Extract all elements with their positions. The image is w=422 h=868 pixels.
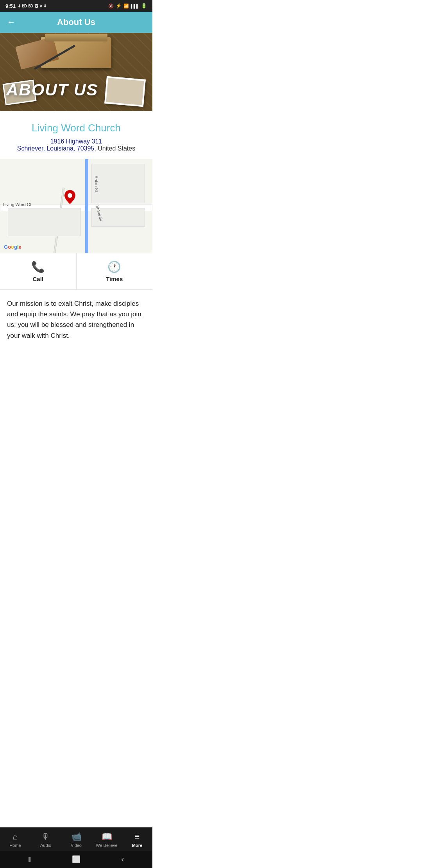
church-name: Living Word Church — [8, 122, 145, 134]
nav-spacer — [0, 349, 152, 388]
mission-text: Our mission is to exalt Christ, make dis… — [7, 298, 145, 341]
svg-point-0 — [68, 193, 72, 198]
status-icons: ⬇ ɓD ɓD 🖼 ✕ ⬇ — [18, 4, 46, 8]
google-logo: Google — [4, 244, 21, 250]
call-button[interactable]: 📞 Call — [0, 253, 77, 289]
times-button[interactable]: 🕐 Times — [77, 253, 153, 289]
map-label-living-word: Living Word Ct — [3, 202, 31, 207]
call-icon: 📞 — [31, 260, 45, 273]
mute-icon: 🔇 — [108, 4, 114, 9]
main-content: Living Word Church 1916 Highway 311 Schr… — [0, 111, 152, 152]
status-time: 9:51 ⬇ ɓD ɓD 🖼 ✕ ⬇ — [5, 3, 46, 9]
times-label: Times — [106, 276, 123, 282]
hero-books-decoration — [41, 37, 111, 68]
status-indicators: 🔇 ⚡ 📶 ▌▌▌ 🔋 — [108, 3, 147, 9]
battery-icon: 🔋 — [141, 3, 147, 9]
address-country: , United States — [94, 145, 135, 152]
signal-icon: ▌▌▌ — [131, 4, 139, 8]
back-button[interactable]: ← — [7, 17, 16, 27]
call-label: Call — [32, 276, 43, 282]
wifi-icon: 📶 — [123, 4, 129, 9]
page-title: About Us — [20, 17, 133, 27]
hero-title-text: ABOUT US — [0, 81, 152, 99]
action-buttons: 📞 Call 🕐 Times — [0, 253, 152, 289]
address-block: 1916 Highway 311 Schriever, Louisiana, 7… — [8, 138, 145, 152]
app-header: ← About Us — [0, 12, 152, 33]
address-city-link[interactable]: Schriever, Louisiana, 70395 — [17, 145, 94, 152]
map-vertical-road-blue — [85, 159, 88, 253]
time-display: 9:51 — [5, 3, 16, 9]
map-label-babin: Babin St — [94, 176, 99, 192]
status-bar: 9:51 ⬇ ɓD ɓD 🖼 ✕ ⬇ 🔇 ⚡ 📶 ▌▌▌ 🔋 — [0, 0, 152, 12]
address-line1[interactable]: 1916 Highway 311 — [8, 138, 145, 145]
map-container[interactable]: Living Word Ct Babin St Small St Google — [0, 159, 152, 253]
battery-saver-icon: ⚡ — [116, 3, 122, 9]
map-block1 — [8, 208, 81, 236]
hero-image: ABOUT US — [0, 33, 152, 111]
map-pin — [64, 190, 75, 204]
clock-icon: 🕐 — [107, 260, 121, 273]
address-street-link[interactable]: 1916 Highway 311 — [50, 138, 102, 145]
map-block3 — [91, 164, 145, 203]
address-line2: Schriever, Louisiana, 70395, United Stat… — [8, 145, 145, 152]
mission-section: Our mission is to exalt Christ, make dis… — [0, 289, 152, 349]
map-background: Living Word Ct Babin St Small St Google — [0, 159, 152, 253]
